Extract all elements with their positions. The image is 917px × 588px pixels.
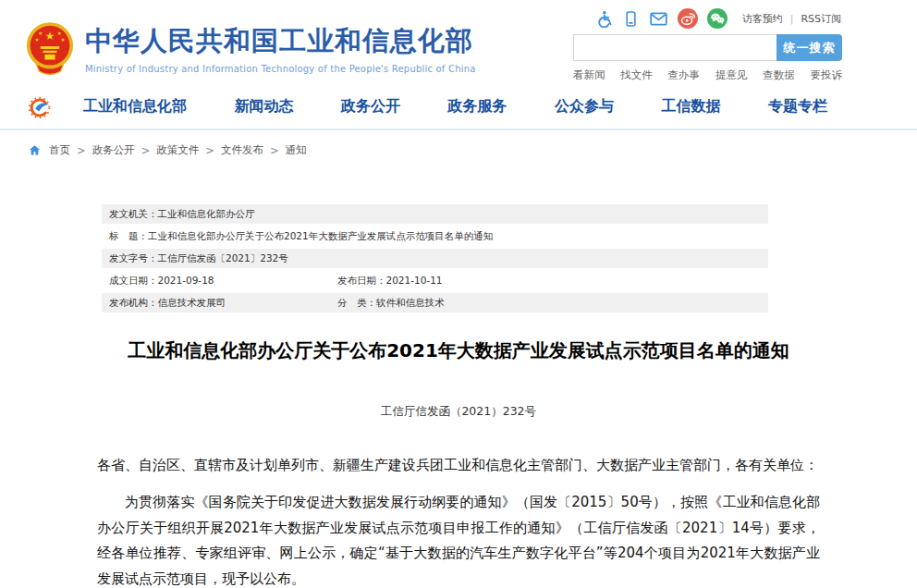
breadcrumb-gov-openness[interactable]: 政务公开 [92,143,135,157]
meta-row-org-category: 发布机构： 信息技术发展司 分 类： 软件和信息技术 [102,293,768,312]
nav-item-public-participation[interactable]: 公众参与 [555,97,614,116]
meta-label: 发布机构： [109,293,158,312]
rss-subscribe-link[interactable]: RSS订阅 [801,12,841,26]
national-emblem: ★ ★ ★ ★ ★ [26,20,74,76]
topbar-links: 访客预约 | RSS订阅 [742,12,841,26]
meta-label: 分 类： [337,293,376,312]
mobile-icon[interactable] [622,10,640,28]
meta-value: 工信厅信发函〔2021〕232号 [158,249,288,268]
meta-label: 发文字号： [109,249,158,268]
meta-value: 工业和信息化部办公厅关于公布2021年大数据产业发展试点示范项目名单的通知 [148,227,493,246]
article-salutation: 各省、自治区、直辖市及计划单列市、新疆生产建设兵团工业和信息化主管部门、大数据产… [97,453,820,478]
unified-search-button[interactable]: 统一搜索 [776,34,842,61]
nav-item-gov-services[interactable]: 政务服务 [448,97,507,116]
topbar-divider: | [790,13,794,25]
quick-link-documents[interactable]: 找文件 [620,68,653,82]
document-content: 发文机关： 工业和信息化部办公厅 标 题： 工业和信息化部办公厅关于公布2021… [0,204,917,588]
main-nav: 工业和信息化部 新闻动态 政务公开 政务服务 公众参与 工信数据 专题专栏 [0,85,917,130]
wechat-icon[interactable] [707,8,727,29]
ministry-name: 中华人民共和国工业和信息化部 [85,23,476,60]
quick-link-news[interactable]: 看新闻 [573,68,605,82]
svg-text:★: ★ [38,31,43,36]
svg-text:★: ★ [57,31,62,36]
gear-e-logo-icon[interactable] [28,95,53,120]
breadcrumb-separator: > [205,144,214,157]
ministry-name-english: Ministry of Industry and Information Tec… [85,64,476,74]
meta-value: 2021-09-18 [158,271,214,290]
meta-label: 标 题： [109,227,148,246]
quick-link-complaints[interactable]: 要投诉 [810,68,842,82]
svg-text:★: ★ [45,30,55,43]
quick-link-data[interactable]: 查数据 [763,68,795,82]
search-input[interactable] [573,34,776,61]
article-body-paragraph: 为贯彻落实《国务院关于印发促进大数据发展行动纲要的通知》（国发〔2015〕50号… [97,490,820,588]
meta-value: 工业和信息化部办公厅 [158,204,255,224]
article-doc-number: 工信厅信发函（2021）232号 [97,404,820,420]
site-header: ★ ★ ★ ★ ★ 中华人民共和国工业和信息化部 Ministry of Ind… [0,0,917,85]
ministry-title-block: 中华人民共和国工业和信息化部 Ministry of Industry and … [85,23,476,74]
breadcrumb-home[interactable]: 首页 [49,143,70,157]
accessibility-icon[interactable] [594,9,613,28]
visitor-appointment-link[interactable]: 访客预约 [742,12,783,26]
breadcrumb-separator: > [270,144,279,157]
meta-value: 软件和信息技术 [376,293,445,312]
meta-row-issuing-office: 发文机关： 工业和信息化部办公厅 [102,204,768,224]
article-title: 工业和信息化部办公厅关于公布2021年大数据产业发展试点示范项目名单的通知 [97,337,820,363]
quick-link-suggestions[interactable]: 提意见 [715,68,748,82]
nav-item-news[interactable]: 新闻动态 [235,97,294,116]
meta-value: 信息技术发展司 [158,293,226,312]
document-meta-table: 发文机关： 工业和信息化部办公厅 标 题： 工业和信息化部办公厅关于公布2021… [102,204,768,312]
breadcrumb-policy-documents[interactable]: 政策文件 [156,143,199,157]
nav-item-gov-openness[interactable]: 政务公开 [341,97,400,116]
meta-value: 2021-10-11 [386,271,443,290]
topbar: 访客预约 | RSS订阅 [594,7,841,30]
breadcrumb: 首页 > 政务公开 > 政策文件 > 文件发布 > 通知 [0,130,917,170]
nav-item-special-topics[interactable]: 专题专栏 [768,97,827,116]
nav-item-miit-data[interactable]: 工信数据 [662,97,721,116]
search-area: 统一搜索 看新闻 找文件 查办事 提意见 查数据 要投诉 [573,34,842,82]
quick-link-services[interactable]: 查办事 [668,68,701,82]
meta-label: 发文机关： [109,204,158,224]
breadcrumb-notice[interactable]: 通知 [286,143,307,157]
meta-row-title: 标 题： 工业和信息化部办公厅关于公布2021年大数据产业发展试点示范项目名单的… [102,227,768,246]
breadcrumb-document-release[interactable]: 文件发布 [221,143,263,157]
meta-row-dates: 成文日期： 2021-09-18 发布日期： 2021-10-11 [102,271,768,290]
nav-item-home[interactable]: 工业和信息化部 [83,97,187,116]
meta-label: 成文日期： [109,271,158,290]
svg-text:★: ★ [35,37,40,43]
weibo-icon[interactable] [678,8,698,29]
search-quick-links: 看新闻 找文件 查办事 提意见 查数据 要投诉 [573,68,842,82]
mail-icon[interactable] [649,9,668,29]
svg-text:★: ★ [60,37,65,43]
meta-row-doc-number: 发文字号： 工信厅信发函〔2021〕232号 [102,249,768,268]
home-icon[interactable] [28,143,42,157]
breadcrumb-separator: > [141,144,151,157]
breadcrumb-separator: > [77,144,86,157]
meta-label: 发布日期： [337,271,386,290]
